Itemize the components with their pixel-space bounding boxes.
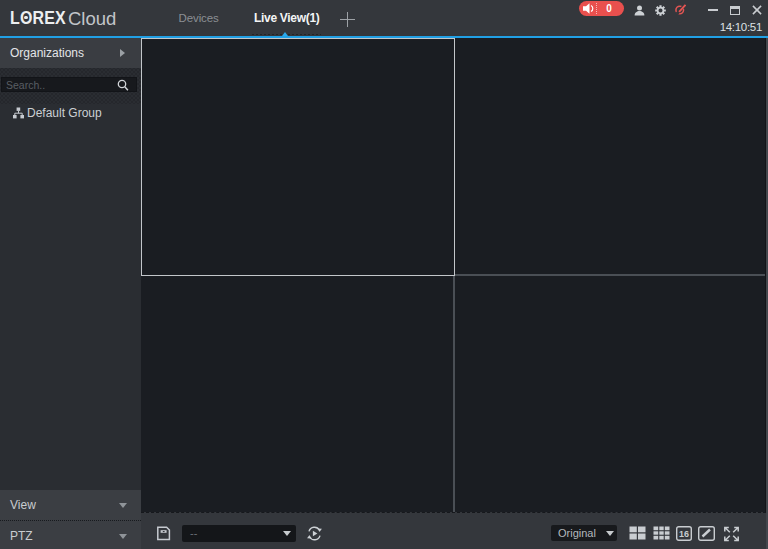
svg-text:16: 16 bbox=[679, 529, 689, 539]
